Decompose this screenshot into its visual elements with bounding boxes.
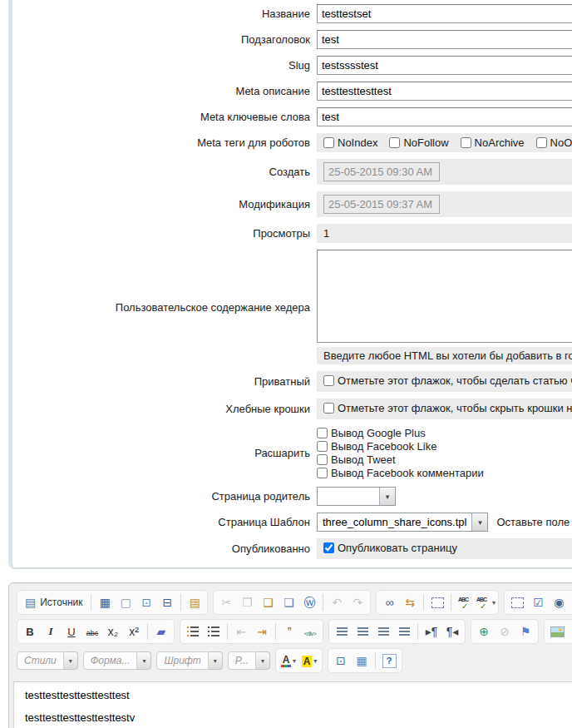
chevron-down-icon: ▾	[209, 651, 223, 670]
field-label: Опубликованно	[12, 542, 317, 555]
select-all-button[interactable]	[427, 592, 447, 612]
toolbar-group: ⊞▤	[544, 619, 572, 644]
toolbar-separator	[417, 623, 418, 640]
toolbar-row: x₂x²▰⇤⇥”▸¶¶◂⊕⊘⚑⊞▤	[17, 619, 572, 644]
show-blocks-button[interactable]: ▦	[352, 651, 372, 671]
source-button[interactable]: ▤Источник	[20, 592, 87, 612]
bg-color-button[interactable]: ▾	[299, 651, 319, 671]
share-tweet-checkbox[interactable]	[317, 454, 328, 465]
editor-content[interactable]: testtesttesttesttesttesttesttesttesttest…	[13, 681, 572, 728]
replace-button[interactable]: ⇆	[400, 592, 420, 612]
format-combo[interactable]: Форма...▾	[83, 651, 152, 670]
print-button[interactable]: ⊟	[157, 592, 177, 612]
noindex-checkbox[interactable]	[323, 137, 334, 148]
anchor-button[interactable]: ⚑	[515, 622, 535, 641]
select-all-icon	[431, 597, 444, 608]
flash-button[interactable]	[568, 622, 572, 641]
toolbar-group: ✂❐❏❏Ⓦ↶↷	[213, 590, 371, 615]
remove-format-icon: ▰	[157, 626, 166, 637]
toolbar-group: ▾▾	[275, 648, 323, 673]
share-google-plus-checkbox[interactable]	[317, 428, 328, 438]
checkbox-field-icon: ☑	[533, 597, 544, 608]
blockquote-icon: ”	[288, 626, 292, 637]
align-center-button[interactable]	[353, 622, 372, 641]
bold-button[interactable]	[20, 622, 40, 641]
parent-page-select[interactable]: ▾	[317, 487, 396, 506]
scayt-button[interactable]: ▾	[476, 592, 496, 612]
breadcrumbs-checkbox[interactable]	[323, 403, 334, 414]
published-checkbox[interactable]	[323, 542, 334, 553]
italic-button[interactable]	[41, 622, 61, 641]
image-button[interactable]	[547, 622, 567, 641]
text-color-icon	[281, 655, 291, 667]
noodp-checkbox[interactable]	[536, 137, 547, 148]
form-button[interactable]	[507, 592, 527, 612]
preview-icon: ⊡	[142, 597, 152, 608]
align-justify-button[interactable]	[394, 622, 414, 641]
strikethrough-icon	[86, 626, 99, 638]
paste-word-button[interactable]: Ⓦ	[299, 592, 319, 612]
noarchive-checkbox[interactable]	[461, 137, 471, 148]
field-label: Meta описание	[12, 85, 317, 97]
checkbox-label: Опубликовать страницу	[338, 542, 457, 554]
paste-button[interactable]: ❏	[258, 592, 278, 612]
editor-paragraph: testtesttesttesttesttest	[25, 690, 572, 701]
link-button[interactable]: ⊕	[474, 622, 494, 641]
checkbox-label: Вывод Google Plus	[331, 427, 426, 439]
field-label: Модификация	[12, 198, 317, 210]
private-checkbox[interactable]	[323, 375, 334, 386]
italic-icon	[48, 625, 52, 638]
styles-combo-label: Стили	[17, 651, 64, 670]
font-combo[interactable]: Шрифт▾	[156, 651, 222, 670]
subscript-button[interactable]: x₂	[103, 622, 123, 641]
preview-button[interactable]: ⊡	[136, 592, 156, 612]
custom-header-textarea[interactable]	[317, 250, 572, 343]
underline-button[interactable]	[62, 622, 81, 641]
share-facebook-comments-checkbox[interactable]	[317, 468, 328, 478]
toolbar-group: ⊕⊘⚑	[471, 619, 539, 644]
checkbox-field-button[interactable]: ☑	[528, 592, 548, 612]
bullet-list-button[interactable]	[204, 622, 224, 641]
checkbox-label: NoODP	[550, 136, 572, 149]
slug-input[interactable]	[317, 56, 572, 75]
align-left-button[interactable]	[332, 622, 352, 641]
source-icon: ▤	[25, 597, 36, 608]
ordered-list-button[interactable]	[183, 622, 203, 641]
save-button[interactable]: ▦	[95, 592, 115, 612]
blockquote-button[interactable]: ”	[279, 622, 299, 641]
remove-format-button[interactable]: ▰	[151, 622, 171, 641]
spell-check-button[interactable]	[455, 592, 475, 612]
meta-description-input[interactable]	[317, 82, 572, 101]
about-button[interactable]	[379, 651, 399, 671]
title-input[interactable]	[317, 4, 572, 23]
nofollow-checkbox[interactable]	[389, 137, 400, 148]
print-icon: ⊟	[163, 597, 173, 608]
meta-keywords-input[interactable]	[317, 107, 572, 126]
paste-text-button[interactable]: ❏	[279, 592, 298, 612]
template-select[interactable]: three_column_share_icons.tpl ▾	[317, 513, 488, 532]
strikethrough-button[interactable]	[82, 622, 102, 641]
new-page-button[interactable]: ▢	[116, 592, 136, 612]
toolbar-group: ▸¶¶◂	[328, 619, 466, 644]
div-container-button[interactable]	[300, 622, 320, 641]
styles-combo[interactable]: Стили▾	[17, 651, 78, 670]
maximize-button[interactable]: ⊡	[331, 651, 351, 671]
size-combo[interactable]: Р...▾	[228, 651, 270, 670]
templates-button[interactable]: ▤	[185, 592, 205, 612]
bidi-ltr-button[interactable]: ▸¶	[422, 622, 441, 641]
share-facebook-like-checkbox[interactable]	[317, 441, 328, 452]
paste-word-icon: Ⓦ	[303, 597, 315, 608]
field-row-views: Просмотры 1	[12, 224, 572, 243]
find-button[interactable]: ∞	[379, 592, 399, 612]
indent-button[interactable]: ⇥	[252, 622, 272, 641]
radio-field-icon: ◉	[554, 597, 564, 608]
text-color-button[interactable]: ▾	[279, 651, 298, 671]
views-count: 1	[323, 227, 329, 240]
align-right-button[interactable]	[373, 622, 393, 641]
bidi-rtl-button[interactable]: ¶◂	[442, 622, 462, 641]
subtitle-input[interactable]	[317, 30, 572, 49]
superscript-button[interactable]: x²	[124, 622, 144, 641]
field-row-created: Создать	[12, 159, 572, 185]
field-row-meta-robots: Meta теги для роботов NoIndex NoFollow N…	[12, 133, 572, 152]
radio-field-button[interactable]: ◉	[549, 592, 569, 612]
